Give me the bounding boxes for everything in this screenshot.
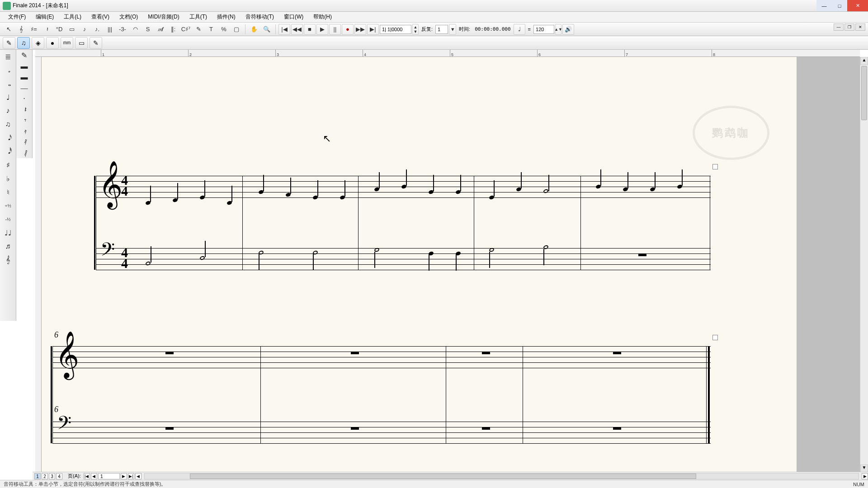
speedy-entry-icon[interactable]: ♪. [91,24,103,35]
beam-icon[interactable]: ♬ [3,241,14,252]
horizontal-scroll-thumb[interactable] [190,474,696,479]
counter-stepper[interactable]: ▲▼ [412,24,419,35]
tempo-stepper[interactable]: ▲▼ [555,24,561,35]
pen-tool-icon[interactable]: ✎ [3,37,15,49]
horizontal-scrollbar[interactable] [144,473,859,479]
eighth-rest-icon[interactable]: 𝄾 [19,117,30,125]
sixtyfourth-note-icon[interactable]: 𝅘𝅥𝅰 [3,146,14,157]
expression-tool-icon[interactable]: 𝆐f [155,24,166,35]
menu-midi[interactable]: MIDI/音频(D) [144,12,183,22]
half-step-up-icon[interactable]: +½ [3,200,14,211]
smartshape-icon[interactable]: ◠ [129,24,141,35]
layout-cell[interactable]: 1 [34,473,41,479]
layout-cell[interactable]: 2 [42,473,48,479]
menu-edit[interactable]: 编辑(E) [32,12,57,22]
repeat-tool-icon[interactable]: ‖: [167,24,179,35]
staff-tool-icon[interactable]: °D [53,24,65,35]
mdi-close-button[interactable]: ✕ [855,23,865,31]
time-tool-icon[interactable]: 𝄽 [41,24,52,35]
half-step-down-icon[interactable]: -½ [3,214,14,225]
tempo-input[interactable] [533,25,554,34]
palette-item[interactable]: ≣ [3,51,14,62]
hscroll-right-arrow-icon[interactable]: ▶ [862,473,868,479]
special-tools-icon[interactable]: ✎ [90,37,102,49]
lyrics-tool-icon[interactable]: ✎ [193,24,204,35]
menu-file[interactable]: 文件(F) [5,12,29,22]
system-handle[interactable] [712,335,718,340]
menu-document[interactable]: 文档(O) [116,12,142,22]
scroll-up-arrow-icon[interactable]: ▲ [860,57,868,65]
vertical-scroll-thumb[interactable] [861,66,867,120]
dot-rest-icon[interactable]: · [19,95,30,103]
speaker-button[interactable]: 🔊 [562,24,574,35]
sharp-icon[interactable]: ♯ [3,160,14,170]
menu-tools2[interactable]: 工具(T) [186,12,211,22]
treble-staff-1[interactable]: 𝄞 44 [96,176,711,197]
half-rest-icon[interactable]: ▬ [19,73,30,81]
pause-button[interactable]: || [329,24,341,35]
menu-notemove[interactable]: 音符移动(T) [242,12,278,22]
key-tool-icon[interactable]: ♯= [28,24,40,35]
bass-staff-2[interactable]: 𝄢 [52,422,711,443]
layout-cell[interactable]: 3 [49,473,55,479]
menu-window[interactable]: 窗口(W) [280,12,307,22]
sixteenth-rest-icon[interactable]: 𝄿 [19,127,30,136]
first-page-button[interactable]: |◀ [84,473,90,479]
page-layout-icon[interactable]: ▢ [231,24,242,35]
menu-view[interactable]: 查看(V) [88,12,113,22]
flat-icon[interactable]: ♭ [3,173,14,184]
quarter-note-icon[interactable]: ♩ [3,92,14,103]
menu-help[interactable]: 帮助(H) [310,12,335,22]
sixtyfourth-rest-icon[interactable]: 𝅁 [19,149,30,157]
simple-entry-icon[interactable]: ♪ [79,24,90,35]
selection-tool-icon[interactable]: ↖ [3,24,14,35]
zoom-tool-icon[interactable]: 🔍 [261,24,273,35]
sixteenth-note-icon[interactable]: ♫ [3,119,14,130]
repeat-input[interactable] [435,25,448,34]
hscroll-left-arrow-icon[interactable]: ◀ [135,473,142,479]
measure-counter-input[interactable] [380,25,411,34]
treble-staff-2[interactable]: 𝄞 [52,346,711,368]
clef-tool-icon[interactable]: 𝄞 [15,24,27,35]
minimize-button[interactable]: — [816,0,832,11]
articulation-icon[interactable]: S [142,24,154,35]
natural-icon[interactable]: ♮ [3,187,14,197]
double-whole-icon[interactable]: 𝅝 [3,78,14,89]
tempo-note-button[interactable]: ♩ [514,24,525,35]
stop-button[interactable]: ■ [304,24,316,35]
dash-rest-icon[interactable]: — [19,84,30,92]
text-tool-icon[interactable]: T [205,24,217,35]
forward-end-button[interactable]: ▶| [367,24,379,35]
palette2-item[interactable]: ✎ [19,51,30,60]
whole-rest-icon[interactable]: ▬ [19,62,30,70]
play-button[interactable]: ▶ [316,24,328,35]
midi-tool-icon[interactable]: ● [46,37,59,49]
mdi-restore-button[interactable]: ❐ [844,23,854,31]
vertical-scrollbar[interactable]: ▲ ▼ [860,57,868,473]
bass-staff-1[interactable]: 𝄢 44 [96,248,711,270]
fast-forward-button[interactable]: ▶▶ [354,24,366,35]
prev-page-button[interactable]: ◀ [91,473,97,479]
last-page-button[interactable]: ▶| [128,473,134,479]
note-mover-tool-icon[interactable]: ♫ [17,37,30,49]
menu-tools1[interactable]: 工具(L) [60,12,85,22]
rewind-button[interactable]: ◀◀ [291,24,303,35]
next-page-button[interactable]: ▶ [121,473,127,479]
resize-tool-icon[interactable]: % [218,24,230,35]
page-number-input[interactable] [98,473,120,479]
layout-cell[interactable]: 4 [56,473,62,479]
score-page[interactable]: 鹦鹉咖 ↖ 𝄞 44 [42,57,797,473]
mdi-minimize-button[interactable]: — [834,23,844,31]
mirror-tool-icon[interactable]: mm [61,37,73,49]
thirtysecond-rest-icon[interactable]: 𝅀 [19,138,30,146]
ossia-tool-icon[interactable]: ◈ [32,37,44,49]
quarter-rest-icon[interactable]: 𝄽 [19,106,30,114]
record-button[interactable]: ● [342,24,354,35]
score-viewport[interactable]: 鹦鹉咖 ↖ 𝄞 44 [42,57,860,473]
tuplet-tool-icon[interactable]: -3- [117,24,128,35]
graphics-tool-icon[interactable]: ▭ [75,37,88,49]
menu-plugins[interactable]: 插件(N) [213,12,239,22]
close-button[interactable]: ✕ [847,0,868,11]
hand-tool-icon[interactable]: ✋ [248,24,260,35]
whole-note-icon[interactable]: 𝅗 [3,65,14,75]
